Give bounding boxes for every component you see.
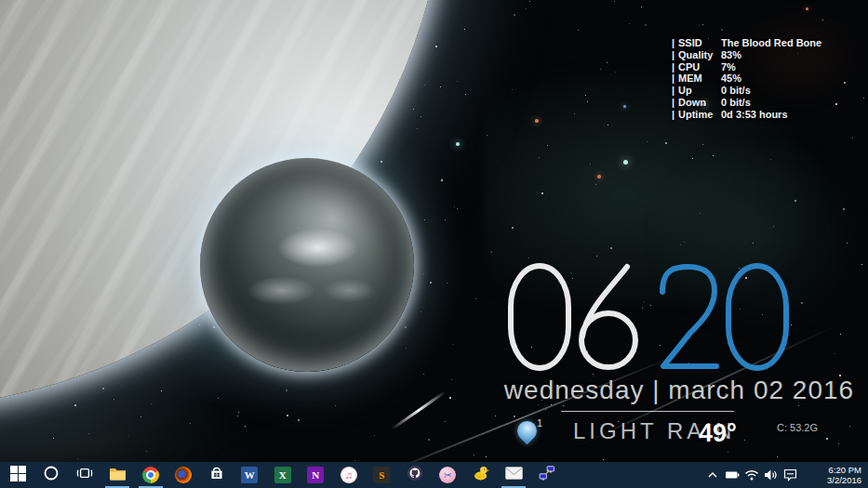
star — [199, 324, 200, 325]
wallpaper-small-planet — [200, 158, 414, 372]
taskbar-store[interactable] — [200, 462, 234, 488]
star — [423, 374, 424, 375]
star — [421, 311, 421, 312]
taskbar-task-view[interactable] — [68, 462, 101, 488]
taskbar-mail[interactable] — [498, 462, 531, 488]
battery-icon[interactable] — [722, 462, 741, 488]
star — [593, 374, 594, 375]
star — [287, 415, 288, 416]
star — [457, 81, 458, 82]
star — [777, 456, 778, 457]
star — [413, 109, 414, 110]
taskbar-cyberduck[interactable] — [464, 462, 498, 488]
tray-time: 6:20 PM — [806, 465, 861, 475]
taskbar-sublime-text[interactable]: S — [366, 462, 399, 488]
taskbar-file-explorer[interactable] — [101, 462, 135, 488]
sysinfo-value: 45% — [721, 73, 741, 85]
star — [445, 219, 446, 220]
sysinfo-row: |Quality83% — [672, 49, 821, 61]
sysinfo-pipe: | — [672, 97, 678, 109]
action-center-icon[interactable] — [781, 462, 800, 488]
cortana-circle-icon — [43, 465, 60, 485]
remote-computers-icon — [539, 465, 555, 485]
sysinfo-pipe: | — [672, 61, 678, 73]
date-text: wednesday | march 02 2016 — [501, 376, 858, 405]
star — [486, 456, 487, 457]
clock-minute-digit — [654, 262, 723, 372]
sysinfo-label: Uptime — [678, 109, 721, 121]
star — [452, 344, 453, 345]
firefox-icon — [175, 467, 192, 483]
sysinfo-row: |CPU7% — [672, 61, 821, 73]
star — [457, 208, 458, 209]
star — [406, 348, 407, 349]
clock-widget — [505, 262, 792, 372]
star — [298, 419, 300, 421]
desktop[interactable]: |SSIDThe Blood Red Bone|Quality83%|CPU7%… — [0, 0, 868, 488]
volume-icon[interactable] — [761, 462, 781, 488]
sysinfo-row: |MEM45% — [672, 73, 821, 85]
word-icon: W — [241, 467, 258, 483]
disk-usage: C: 53.2G — [777, 422, 818, 433]
sysinfo-row: |Uptime0d 3:53 hours — [672, 109, 821, 121]
taskbar-cortana[interactable] — [35, 462, 69, 488]
star — [835, 353, 835, 354]
onenote-icon: N — [307, 467, 324, 483]
star — [702, 24, 703, 25]
sysinfo-value: 7% — [721, 61, 736, 73]
taskbar-firefox[interactable] — [167, 462, 201, 488]
sysinfo-row: |SSIDThe Blood Red Bone — [672, 37, 821, 49]
scissors-icon: ✂ — [439, 467, 456, 483]
sysinfo-value: 0 bit/s — [721, 97, 751, 109]
star — [826, 438, 828, 440]
star — [435, 46, 437, 47]
star — [423, 273, 424, 274]
sysinfo-label: Down — [678, 97, 721, 109]
divider-line — [561, 411, 734, 412]
taskbar-chrome[interactable] — [134, 462, 167, 488]
sysinfo-pipe: | — [672, 37, 678, 49]
itunes-icon: ♫ — [341, 467, 357, 483]
star — [474, 455, 474, 455]
taskbar-onenote[interactable]: N — [300, 462, 333, 488]
sysinfo-value: 0 bit/s — [721, 85, 751, 97]
star — [603, 459, 604, 460]
star — [381, 161, 382, 163]
sysinfo-label: Quality — [678, 49, 721, 61]
taskbar-excel[interactable]: X — [266, 462, 300, 488]
clock-hour-digit — [505, 262, 574, 372]
folder-icon — [109, 466, 127, 484]
star — [721, 29, 723, 31]
taskbar-snipping-tool[interactable]: ✂ — [432, 462, 465, 488]
star — [451, 379, 452, 380]
star — [424, 85, 425, 86]
star — [449, 397, 451, 399]
sysinfo-pipe: | — [672, 109, 678, 121]
star — [514, 415, 515, 417]
tray-clock[interactable]: 6:20 PM3/2/2016 — [806, 465, 861, 486]
star — [417, 128, 418, 129]
star — [578, 30, 579, 31]
taskbar-start[interactable] — [2, 462, 35, 488]
star — [447, 283, 447, 284]
sysinfo-value: 0d 3:53 hours — [721, 109, 788, 121]
star — [838, 443, 839, 444]
sysinfo-pipe: | — [672, 85, 678, 97]
sysinfo-value: 83% — [721, 49, 741, 61]
chevron-up-icon[interactable] — [702, 462, 722, 488]
sysinfo-row: |Down0 bit/s — [672, 97, 821, 109]
taskbar-remote-desktop[interactable] — [530, 462, 564, 488]
task-view-icon — [76, 465, 93, 485]
sublime-text-icon: S — [373, 467, 390, 483]
wifi-icon[interactable] — [741, 462, 761, 488]
sysinfo-label: Up — [678, 85, 721, 97]
sysinfo-label: CPU — [678, 61, 721, 73]
sysinfo-pipe: | — [672, 49, 678, 61]
star — [798, 405, 799, 406]
taskbar-word[interactable]: W — [234, 462, 267, 488]
sysinfo-label: SSID — [678, 37, 721, 49]
taskbar-itunes[interactable]: ♫ — [332, 462, 366, 488]
star — [529, 1, 530, 2]
taskbar-github[interactable] — [398, 462, 432, 488]
clock-minute-digit — [723, 262, 792, 372]
